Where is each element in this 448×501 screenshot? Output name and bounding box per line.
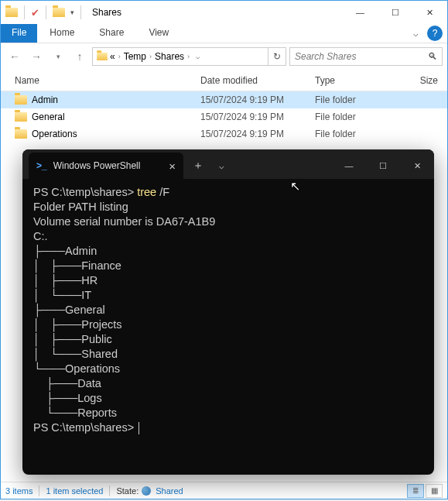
refresh-icon[interactable]: ↻ xyxy=(268,48,286,65)
folder-icon xyxy=(97,53,108,60)
breadcrumb-seg[interactable]: Temp xyxy=(124,51,146,62)
item-type: File folder xyxy=(315,129,405,139)
close-button[interactable]: ✕ xyxy=(400,153,434,179)
view-switcher: ≣ ▦ xyxy=(407,484,443,498)
powershell-icon: >_ xyxy=(36,160,47,171)
list-item[interactable]: Operations 15/07/2024 9:19 PM File folde… xyxy=(1,125,447,142)
column-name[interactable]: Name xyxy=(1,75,200,86)
column-type[interactable]: Type xyxy=(315,75,405,86)
separator xyxy=(80,5,81,19)
tab-share[interactable]: Share xyxy=(87,24,136,43)
new-tab-button[interactable]: ＋ xyxy=(186,159,210,173)
terminal-window: >_ Windows PowerShell × ＋ ⌵ — ☐ ✕ PS C:\… xyxy=(22,149,434,475)
item-date: 15/07/2024 9:19 PM xyxy=(200,112,315,122)
folder-icon xyxy=(15,112,27,122)
item-type: File folder xyxy=(315,112,405,122)
tab-view[interactable]: View xyxy=(136,24,181,43)
window-title: Shares xyxy=(92,7,121,18)
folder-icon xyxy=(15,95,27,105)
tab-file[interactable]: File xyxy=(1,24,37,43)
status-count: 3 items xyxy=(5,486,32,496)
close-button[interactable]: ✕ xyxy=(412,2,447,24)
item-name: General xyxy=(32,112,65,122)
command: tree xyxy=(137,186,156,198)
search-placeholder: Search Shares xyxy=(295,51,356,62)
column-headers: Name Date modified Type Size xyxy=(1,70,447,91)
terminal-output[interactable]: PS C:\temp\shares> tree /F Folder PATH l… xyxy=(22,179,434,441)
search-input[interactable]: Search Shares 🔍︎ xyxy=(289,47,443,66)
terminal-titlebar[interactable]: >_ Windows PowerShell × ＋ ⌵ — ☐ ✕ xyxy=(22,149,434,179)
titlebar[interactable]: ✔ ▾ Shares — ☐ ✕ xyxy=(1,1,447,24)
list-item[interactable]: Admin 15/07/2024 9:19 PM File folder xyxy=(1,91,447,108)
minimize-button[interactable]: — xyxy=(332,153,366,179)
terminal-tab[interactable]: >_ Windows PowerShell × xyxy=(29,153,183,179)
tab-title: Windows PowerShell xyxy=(53,160,163,171)
address-bar[interactable]: « › Temp › Shares › ⌵ ↻ xyxy=(92,47,286,66)
search-icon[interactable]: 🔍︎ xyxy=(428,51,437,62)
check-icon[interactable]: ✔ xyxy=(31,7,39,19)
item-type: File folder xyxy=(315,94,405,105)
qat-dropdown-icon[interactable]: ▾ xyxy=(70,9,74,16)
status-state-label: State: xyxy=(116,486,139,496)
window-buttons: — ☐ ✕ xyxy=(343,2,447,24)
maximize-button[interactable]: ☐ xyxy=(366,153,400,179)
up-button[interactable]: ↑ xyxy=(70,47,89,66)
status-bar: 3 items 1 item selected State: Shared ≣ … xyxy=(1,482,447,499)
item-name: Admin xyxy=(32,94,58,105)
shared-icon xyxy=(142,486,151,496)
item-date: 15/07/2024 9:19 PM xyxy=(200,94,315,105)
separator xyxy=(46,5,46,19)
folder-icon xyxy=(15,129,27,139)
list-item[interactable]: General 15/07/2024 9:19 PM File folder xyxy=(1,108,447,125)
tab-dropdown-icon[interactable]: ⌵ xyxy=(210,161,233,171)
forward-button[interactable]: → xyxy=(27,47,46,66)
chevron-right-icon[interactable]: › xyxy=(149,53,152,60)
file-list[interactable]: Admin 15/07/2024 9:19 PM File folder Gen… xyxy=(1,91,447,142)
tab-close-icon[interactable]: × xyxy=(169,160,176,173)
status-selected: 1 item selected xyxy=(46,486,103,496)
address-dropdown-icon[interactable]: ⌵ xyxy=(193,53,203,60)
column-size[interactable]: Size xyxy=(405,75,447,86)
output-line: Volume serial number is DA67-A1B9 xyxy=(33,215,215,228)
back-button[interactable]: ← xyxy=(5,47,24,66)
output-line: C:. xyxy=(33,230,48,242)
item-date: 15/07/2024 9:19 PM xyxy=(200,129,315,139)
thumbnails-view-icon[interactable]: ▦ xyxy=(426,484,443,498)
command-args: /F xyxy=(156,186,169,198)
tree-output: ├───Admin │ ├───Finance │ ├───HR │ └───I… xyxy=(33,245,122,419)
breadcrumb-seg[interactable]: Shares xyxy=(155,51,184,62)
prompt: PS C:\temp\shares> xyxy=(33,186,137,198)
tab-actions: ＋ ⌵ xyxy=(186,153,233,179)
tab-home[interactable]: Home xyxy=(37,24,87,43)
recent-dropdown-icon[interactable]: ▾ xyxy=(49,47,67,66)
separator xyxy=(24,5,25,19)
help-icon[interactable]: ? xyxy=(427,26,443,41)
item-name: Operations xyxy=(32,129,77,139)
output-line: Folder PATH listing xyxy=(33,201,128,213)
separator xyxy=(39,486,39,496)
maximize-button[interactable]: ☐ xyxy=(378,2,412,24)
separator xyxy=(109,486,110,496)
minimize-button[interactable]: — xyxy=(343,2,378,24)
cursor-icon xyxy=(139,422,139,434)
quick-access-toolbar: ✔ ▾ xyxy=(5,5,84,19)
chevron-right-icon[interactable]: › xyxy=(187,53,190,60)
terminal-window-buttons: — ☐ ✕ xyxy=(332,153,434,179)
status-state-value: Shared xyxy=(156,486,183,496)
breadcrumb-root[interactable]: « xyxy=(110,51,115,62)
prompt: PS C:\temp\shares> xyxy=(33,421,137,434)
folder-icon[interactable] xyxy=(53,8,65,17)
ribbon-toggle-icon[interactable]: ⌵ xyxy=(407,24,424,43)
nav-bar: ← → ▾ ↑ « › Temp › Shares › ⌵ ↻ Search S… xyxy=(1,43,447,70)
column-date[interactable]: Date modified xyxy=(200,75,315,86)
folder-icon xyxy=(5,8,18,17)
ribbon-tabs: File Home Share View ⌵ ? xyxy=(1,24,447,43)
chevron-right-icon[interactable]: › xyxy=(118,53,121,60)
details-view-icon[interactable]: ≣ xyxy=(407,484,424,498)
